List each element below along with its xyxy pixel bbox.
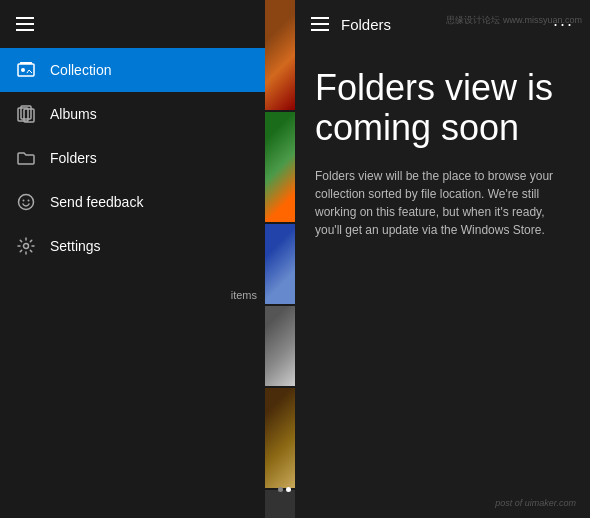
left-header bbox=[0, 0, 295, 48]
photo-thumb-3 bbox=[265, 224, 295, 304]
sidebar-item-albums[interactable]: Albums bbox=[0, 92, 295, 136]
dot-2 bbox=[286, 487, 291, 492]
svg-rect-1 bbox=[20, 62, 32, 64]
items-label: items bbox=[231, 289, 257, 301]
sidebar-item-folders[interactable]: Folders bbox=[0, 136, 295, 180]
folders-label: Folders bbox=[50, 150, 97, 166]
items-overlay: items bbox=[231, 289, 257, 301]
nav-items: Collection Albums Folders bbox=[0, 48, 295, 268]
photo-thumb-2 bbox=[265, 112, 295, 222]
left-panel: Collection Albums Folders bbox=[0, 0, 295, 518]
heading-line1: Folders view is bbox=[315, 67, 553, 108]
sidebar-item-collection[interactable]: Collection bbox=[0, 48, 295, 92]
bottom-watermark: post of uimaker.com bbox=[495, 498, 576, 508]
photo-thumb-6 bbox=[265, 490, 295, 518]
folders-content: Folders view is coming soon Folders view… bbox=[295, 48, 590, 518]
photo-strip bbox=[265, 0, 295, 518]
svg-rect-5 bbox=[24, 109, 34, 122]
sidebar-item-settings[interactable]: Settings bbox=[0, 224, 295, 268]
photo-thumb-5 bbox=[265, 388, 295, 488]
dot-indicator bbox=[278, 487, 291, 492]
svg-point-6 bbox=[19, 195, 34, 210]
settings-icon bbox=[16, 236, 36, 256]
heading-line2: coming soon bbox=[315, 107, 519, 148]
photo-thumb-1 bbox=[265, 0, 295, 110]
svg-point-2 bbox=[21, 68, 25, 72]
collection-label: Collection bbox=[50, 62, 111, 78]
right-panel: Folders ··· 思缘设计论坛 www.missyuan.com Fold… bbox=[295, 0, 590, 518]
folders-heading: Folders view is coming soon bbox=[315, 68, 570, 147]
photo-thumb-4 bbox=[265, 306, 295, 386]
svg-point-9 bbox=[24, 244, 29, 249]
hamburger-menu-icon[interactable] bbox=[16, 17, 34, 31]
dot-1 bbox=[278, 487, 283, 492]
settings-label: Settings bbox=[50, 238, 101, 254]
albums-label: Albums bbox=[50, 106, 97, 122]
folders-hamburger-icon[interactable] bbox=[311, 17, 329, 31]
albums-icon bbox=[16, 104, 36, 124]
folders-icon bbox=[16, 148, 36, 168]
watermark: 思缘设计论坛 www.missyuan.com bbox=[446, 14, 582, 27]
svg-point-7 bbox=[23, 200, 25, 202]
feedback-label: Send feedback bbox=[50, 194, 143, 210]
sidebar-item-feedback[interactable]: Send feedback bbox=[0, 180, 295, 224]
folders-description: Folders view will be the place to browse… bbox=[315, 167, 570, 239]
svg-point-8 bbox=[28, 200, 30, 202]
feedback-icon bbox=[16, 192, 36, 212]
svg-rect-0 bbox=[18, 64, 34, 76]
collection-icon bbox=[16, 60, 36, 80]
